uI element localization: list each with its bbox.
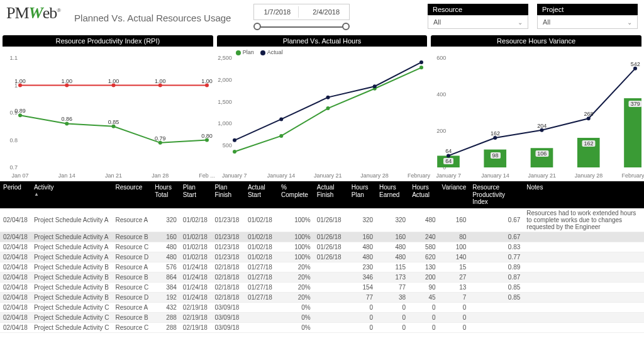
date-to[interactable]: 2/4/2018 <box>305 6 347 18</box>
slider-handle-start[interactable] <box>253 23 261 30</box>
table-row[interactable]: 02/04/18Project Schedule Activity CResou… <box>0 322 644 332</box>
chart-hours-variance: Resource Hours Variance 0200400600Januar… <box>431 35 641 179</box>
logo: PMWeb® <box>6 4 60 23</box>
charts-row: Resource Productivity Index (RPI) 0.70.8… <box>0 35 644 179</box>
svg-rect-24 <box>625 98 642 167</box>
table-row[interactable]: 02/04/18Project Schedule Activity CResou… <box>0 312 644 322</box>
table-row[interactable]: 02/04/18Project Schedule Activity AResou… <box>0 242 644 252</box>
col-header[interactable]: Resource Productivity Index <box>469 181 523 208</box>
chevron-down-icon: ⌄ <box>627 19 632 26</box>
svg-point-14 <box>419 65 423 69</box>
header: PMWeb® Planned Vs. Actual Resources Usag… <box>0 0 644 35</box>
col-header[interactable]: Hours Total <box>152 181 180 208</box>
col-header[interactable]: Hours Earned <box>376 181 409 208</box>
svg-point-11 <box>279 134 283 138</box>
table-row[interactable]: 02/04/18Project Schedule Activity CResou… <box>0 302 644 312</box>
col-header[interactable]: Activity▲ <box>31 181 113 208</box>
svg-point-10 <box>233 150 236 154</box>
col-header[interactable]: Hours Actual <box>409 181 438 208</box>
table-row[interactable]: 02/04/18Project Schedule Activity BResou… <box>0 292 644 302</box>
project-filter-label: Project <box>537 4 638 15</box>
col-header[interactable]: Plan Finish <box>211 181 244 208</box>
date-from[interactable]: 1/7/2018 <box>256 6 299 18</box>
table-row[interactable]: 02/04/18Project Schedule Activity BResou… <box>0 282 644 292</box>
table-row[interactable]: 02/04/18Project Schedule Activity BResou… <box>0 272 644 282</box>
project-filter-value: All <box>543 18 550 26</box>
svg-point-19 <box>419 60 423 64</box>
table-row[interactable]: 02/04/18Project Schedule Activity AResou… <box>0 208 644 232</box>
col-header[interactable]: Plan Start <box>180 181 212 208</box>
chevron-down-icon: ⌄ <box>518 19 523 26</box>
svg-point-16 <box>279 117 283 121</box>
chart-title: Planned Vs. Actual Hours <box>217 35 428 47</box>
slider-handle-end[interactable] <box>342 23 350 30</box>
col-header[interactable]: Period <box>0 181 31 208</box>
svg-point-18 <box>372 84 376 88</box>
svg-point-17 <box>326 96 330 99</box>
table-header-row: PeriodActivity▲ResourceHours TotalPlan S… <box>0 181 644 208</box>
data-table: PeriodActivity▲ResourceHours TotalPlan S… <box>0 181 644 333</box>
resource-filter-label: Resource <box>428 4 528 15</box>
col-header[interactable]: Notes <box>523 181 644 208</box>
table-row[interactable]: 02/04/18Project Schedule Activity AResou… <box>0 252 644 262</box>
resource-filter[interactable]: Resource All ⌄ <box>428 4 528 29</box>
page-title: Planned Vs. Actual Resources Usage <box>74 13 231 23</box>
col-header[interactable]: Actual Start <box>245 181 278 208</box>
col-header[interactable]: Variance <box>439 181 470 208</box>
table-row[interactable]: 02/04/18Project Schedule Activity BResou… <box>0 262 644 272</box>
project-filter[interactable]: Project All ⌄ <box>537 4 638 29</box>
resource-filter-value: All <box>433 18 441 26</box>
chart-title: Resource Hours Variance <box>431 35 641 47</box>
table-row[interactable]: 02/04/18Project Schedule Activity AResou… <box>0 232 644 242</box>
table-body: 02/04/18Project Schedule Activity AResou… <box>0 208 644 333</box>
col-header[interactable]: % Complete <box>278 181 314 208</box>
col-header[interactable]: Actual Finish <box>314 181 348 208</box>
date-range-slider[interactable]: 1/7/2018 2/4/2018 <box>253 4 350 31</box>
chart-rpi: Resource Productivity Index (RPI) 0.70.8… <box>3 35 213 179</box>
svg-point-12 <box>326 106 330 110</box>
chart-plan-actual-hours: Planned Vs. Actual Hours 5001,0001,5002,… <box>217 35 428 179</box>
col-header[interactable]: Resource <box>112 181 152 208</box>
col-header[interactable]: Hours Plan <box>348 181 376 208</box>
chart-title: Resource Productivity Index (RPI) <box>3 35 213 47</box>
svg-point-15 <box>233 138 236 142</box>
